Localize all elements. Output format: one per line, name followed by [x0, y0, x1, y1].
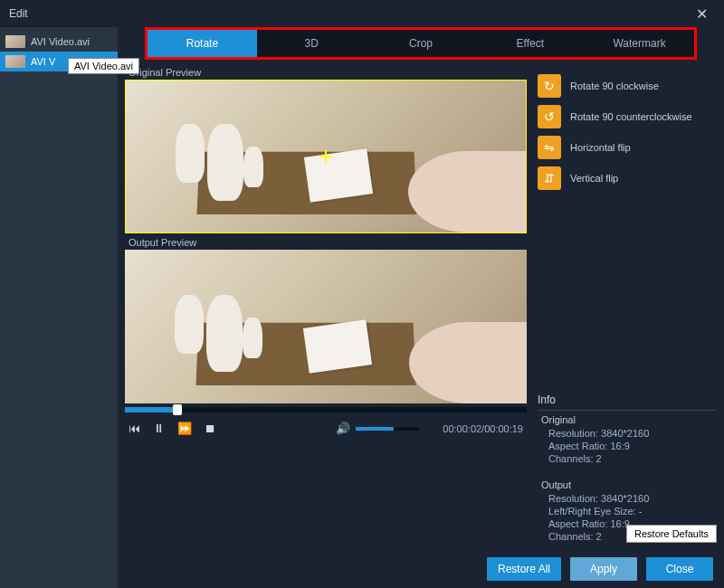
rotate-label: Rotate 90 clockwise	[570, 81, 659, 91]
scene-book	[303, 319, 372, 373]
info-output-title: Output	[538, 476, 717, 492]
close-icon[interactable]: ✕	[689, 2, 715, 26]
volume-slider[interactable]	[356, 427, 419, 431]
info-output-resolution: Resolution: 3840*2160	[538, 492, 717, 505]
prev-icon[interactable]: ⏮	[129, 422, 140, 435]
rotate-cw-icon: ↻	[538, 74, 561, 98]
original-preview[interactable]	[125, 80, 527, 233]
flip-vertical-icon: ⇵	[538, 166, 561, 190]
sidebar-item-label: AVI Video.avi	[31, 36, 90, 47]
sidebar-item-file[interactable]: AVI Video.avi	[0, 32, 118, 52]
seek-bar[interactable]	[125, 407, 527, 413]
rotate-90-cw[interactable]: ↻ Rotate 90 clockwise	[538, 71, 717, 101]
crop-center-icon[interactable]	[319, 150, 332, 163]
volume-control: 🔊	[336, 422, 419, 435]
scene-vase	[243, 147, 263, 187]
flip-vertical[interactable]: ⇵ Vertical flip	[538, 163, 717, 194]
stop-icon[interactable]: ⏹	[205, 422, 216, 435]
edit-tabs-highlight: Rotate 3D Crop Effect Watermark	[145, 27, 697, 60]
tab-rotate[interactable]: Rotate	[148, 30, 257, 57]
restore-defaults-button[interactable]: Restore Defaults	[626, 525, 717, 543]
file-tooltip: AVI Video.avi	[68, 58, 139, 74]
options-panel: ↻ Rotate 90 clockwise ↺ Rotate 90 counte…	[534, 63, 724, 550]
info-output-eyesize: Left/Right Eye Size: -	[538, 505, 717, 517]
tab-3d[interactable]: 3D	[257, 30, 367, 57]
scene-book	[304, 148, 373, 202]
info-header: Info	[538, 390, 717, 411]
footer-buttons: Restore All Apply Close	[118, 550, 724, 588]
playback-controls: ⏮ ⏸ ⏩ ⏹ 🔊 00:00:02/00:00:19	[125, 413, 527, 444]
scene-vase	[243, 318, 262, 358]
scene-vase	[175, 295, 204, 354]
seek-thumb[interactable]	[173, 404, 182, 415]
tab-effect[interactable]: Effect	[475, 30, 585, 57]
sidebar-item-label: AVI V	[31, 56, 55, 67]
tab-watermark[interactable]: Watermark	[585, 30, 694, 57]
file-thumbnail	[5, 35, 25, 48]
output-preview-label: Output Preview	[129, 237, 527, 248]
rotate-label: Rotate 90 counterclockwise	[570, 111, 692, 122]
rotate-label: Horizontal flip	[570, 142, 631, 153]
time-display: 00:00:02/00:00:19	[443, 423, 523, 434]
scene-vase	[206, 295, 243, 372]
scene-hand	[408, 151, 526, 232]
rotate-label: Vertical flip	[570, 173, 618, 184]
rotate-ccw-icon: ↺	[538, 105, 561, 128]
close-button[interactable]: Close	[646, 557, 713, 581]
info-original-aspect: Aspect Ratio: 16:9	[538, 440, 717, 452]
window-title: Edit	[9, 7, 28, 20]
tab-crop[interactable]: Crop	[367, 30, 476, 57]
volume-icon[interactable]: 🔊	[336, 422, 350, 435]
titlebar: Edit ✕	[0, 0, 724, 27]
output-preview	[125, 250, 527, 403]
apply-button[interactable]: Apply	[570, 557, 637, 581]
pause-icon[interactable]: ⏸	[153, 422, 165, 435]
scene-hand	[409, 322, 527, 403]
file-thumbnail	[5, 55, 25, 68]
flip-horizontal[interactable]: ⇋ Horizontal flip	[538, 132, 717, 163]
volume-fill	[356, 427, 394, 431]
info-original-title: Original	[538, 411, 717, 427]
scene-vase	[207, 124, 243, 201]
fast-forward-icon[interactable]: ⏩	[177, 422, 192, 435]
restore-all-button[interactable]: Restore All	[487, 557, 561, 581]
seek-progress	[125, 407, 173, 413]
info-original-channels: Channels: 2	[538, 452, 717, 465]
scene-vase	[176, 124, 205, 183]
info-original-resolution: Resolution: 3840*2160	[538, 427, 717, 440]
flip-horizontal-icon: ⇋	[538, 136, 561, 159]
original-preview-label: Original Preview	[129, 67, 527, 78]
file-sidebar: AVI Video.avi AVI V AVI Video.avi	[0, 27, 118, 588]
rotate-90-ccw[interactable]: ↺ Rotate 90 counterclockwise	[538, 101, 717, 132]
